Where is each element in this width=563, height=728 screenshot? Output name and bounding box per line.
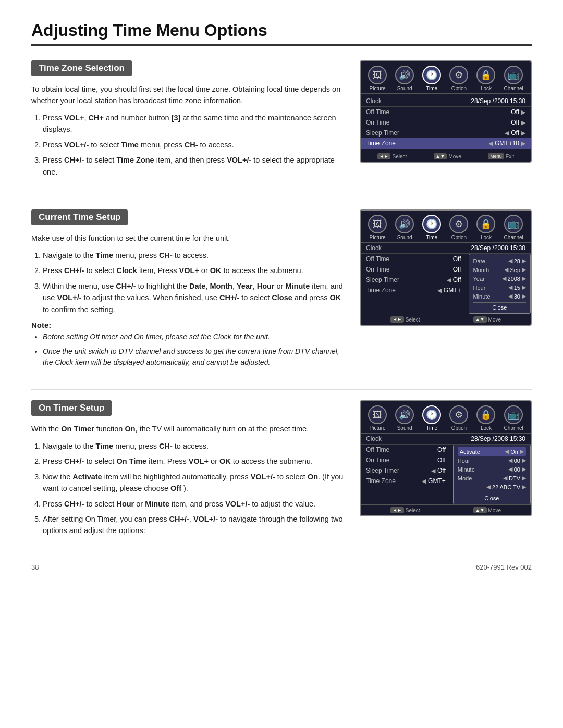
note-section: Note: Before setting Off timer and On ti… (31, 320, 344, 368)
divider-2 (31, 389, 532, 390)
sleep-timer-label-2: Sleep Timer (366, 276, 408, 283)
time-zone-step-2: Press VOL+/- to select Time menu, press … (43, 139, 344, 151)
tv-footer-select-1: ◄► Select (377, 153, 407, 159)
tv-row-sleep-timer-3: Sleep Timer ◀ Off (361, 465, 451, 476)
current-time-step-2: Press CH+/- to select Clock item, Press … (43, 265, 344, 276)
tv-icon-time: 🕐 Time (422, 66, 441, 91)
current-time-step-3: Within the menu, use CH+/- to highlight … (43, 280, 344, 315)
time-zone-value-2: ◀ GMT+ (437, 287, 461, 294)
lock-label-3: Lock (481, 425, 492, 431)
sleep-timer-label-1: Sleep Timer (366, 129, 408, 137)
section-time-zone-header: Time Zone Selection (31, 60, 132, 76)
select-label-1: Select (392, 154, 407, 159)
lock-icon: 🔒 (476, 66, 495, 84)
tv-menu-time-zone: 🖼 Picture 🔊 Sound 🕐 Time ⚙ Option 🔒 Lock… (360, 60, 532, 163)
tv-icon-channel-3: 📺 Channel (504, 405, 523, 431)
hour-value: ◀ 15 ▶ (508, 284, 526, 291)
sleep-timer-value-1: ◀ Off ▶ (505, 129, 525, 137)
on-time-value-3: Off (437, 456, 446, 464)
minute-value: ◀ 30 ▶ (508, 293, 526, 300)
time-zone-label-3: Time Zone (366, 477, 408, 485)
hour-label-on: Hour (458, 458, 486, 464)
tv-clock-row-3: Clock 28/Sep /2008 15:30 (361, 434, 531, 445)
current-time-step-1: Navigate to the Time menu, press CH- to … (43, 250, 344, 261)
tv-icons-row-2: 🖼 Picture 🔊 Sound 🕐 Time ⚙ Option 🔒 Lock… (361, 211, 531, 243)
on-time-label-1: On Time (366, 119, 408, 126)
tv-icon-sound-2: 🔊 Sound (395, 215, 414, 240)
hour-value-on: ◀ 00 ▶ (508, 457, 526, 464)
time-label: Time (426, 85, 437, 91)
on-timer-step-1: Navigate to the Time menu, press CH- to … (43, 440, 344, 452)
submenu-hour: Hour ◀ 15 ▶ (473, 283, 526, 292)
tv-row-off-time-3: Off Time Off (361, 445, 451, 455)
tv-submenu-on-timer: Activate ◀ On ▶ Hour ◀ 00 ▶ Minute ◀ 00 … (453, 445, 531, 504)
off-time-label-2: Off Time (366, 255, 408, 263)
tv-icon-picture-2: 🖼 Picture (368, 215, 387, 240)
picture-icon-2: 🖼 (368, 215, 387, 233)
time-zone-step-3: Press CH+/- to select Time Zone item, an… (43, 154, 344, 178)
tv-footer-select-3: ◄► Select (390, 507, 420, 513)
page-footer: 38 620-7991 Rev 002 (31, 558, 532, 571)
tv-icon-channel-2: 📺 Channel (504, 215, 523, 240)
select-label-3: Select (406, 508, 420, 513)
current-time-para1: Make use of this function to set the cur… (31, 232, 344, 244)
on-timer-step-5: After setting On Timer, you can press CH… (43, 513, 344, 537)
tv-icon-lock: 🔒 Lock (476, 66, 495, 91)
tv-icon-option-2: ⚙ Option (449, 215, 468, 240)
channel-icon-3: 📺 (504, 405, 523, 424)
month-value: ◀ Sep ▶ (504, 266, 526, 273)
tv-footer-select-2: ◄► Select (390, 316, 420, 323)
submenu-year: Year ◀ 2008 ▶ (473, 274, 526, 283)
tv-row-off-time-1: Off Time Off ▶ (361, 107, 531, 117)
select-icon-2: ◄► (390, 316, 404, 323)
off-time-label-1: Off Time (366, 108, 408, 116)
picture-label-3: Picture (369, 425, 385, 431)
move-icon-1: ▲▼ (434, 153, 447, 159)
select-icon-1: ◄► (377, 153, 391, 159)
section-time-zone: Time Zone Selection To obtain local time… (31, 60, 532, 183)
submenu-minute: Minute ◀ 30 ▶ (473, 292, 526, 301)
time-label-3: Time (426, 425, 437, 431)
clock-value-1: 28/Sep /2008 15:30 (471, 97, 525, 105)
move-label-1: Move (448, 154, 461, 159)
activate-value: ◀ On ▶ (505, 448, 524, 455)
year-label: Year (473, 276, 502, 282)
lock-icon-2: 🔒 (476, 215, 495, 233)
doc-ref: 620-7991 Rev 002 (476, 563, 532, 571)
time-icon-2: 🕐 (422, 215, 441, 233)
time-zone-para1: To obtain local time, you should first s… (31, 83, 344, 107)
on-timer-step-4: Press CH+/- to select Hour or Minute ite… (43, 498, 344, 510)
submenu-mode-on: Mode ◀ DTV ▶ (458, 474, 526, 483)
tv-footer-move-1: ▲▼ Move (434, 153, 461, 159)
tv-row-on-time-3: On Time Off (361, 455, 451, 465)
menu-icon-1: Menu (488, 153, 504, 159)
mode-value-on: ◀ DTV ▶ (503, 475, 526, 482)
submenu-close-1: Close (473, 302, 526, 311)
submenu-minute-on: Minute ◀ 00 ▶ (458, 465, 526, 474)
move-label-3: Move (488, 508, 501, 513)
current-time-steps: Navigate to the Time menu, press CH- to … (31, 250, 344, 315)
on-time-label-3: On Time (366, 456, 408, 464)
option-label: Option (451, 85, 467, 91)
off-time-value-3: Off (437, 446, 446, 453)
channel-label: Channel (504, 85, 523, 91)
time-zone-step-1: Press VOL+, CH+ and number button [3] at… (43, 112, 344, 135)
sound-icon-3: 🔊 (395, 405, 414, 424)
tv-row-on-time-2: On Time Off (361, 264, 467, 275)
submenu-activate: Activate ◀ On ▶ (458, 447, 526, 456)
sound-label: Sound (397, 85, 412, 91)
hour-label: Hour (473, 285, 502, 291)
clock-label-2: Clock (366, 244, 408, 252)
minute-label-on: Minute (458, 466, 486, 473)
tv-icon-channel: 📺 Channel (504, 66, 523, 91)
tv-row-time-zone-1: Time Zone ◀ GMT+10 ▶ (361, 138, 531, 149)
option-label-2: Option (451, 235, 467, 240)
section-on-timer-text: On Timer Setup With the On Timer functio… (31, 400, 344, 542)
tv-footer-3: ◄► Select ▲▼ Move (361, 504, 531, 515)
tv-icon-lock-2: 🔒 Lock (476, 215, 495, 240)
exit-label-1: Exit (506, 154, 515, 159)
picture-icon: 🖼 (368, 66, 387, 84)
tv-row-on-time-1: On Time Off ▶ (361, 117, 531, 128)
picture-label: Picture (369, 85, 385, 91)
picture-label-2: Picture (369, 235, 385, 240)
